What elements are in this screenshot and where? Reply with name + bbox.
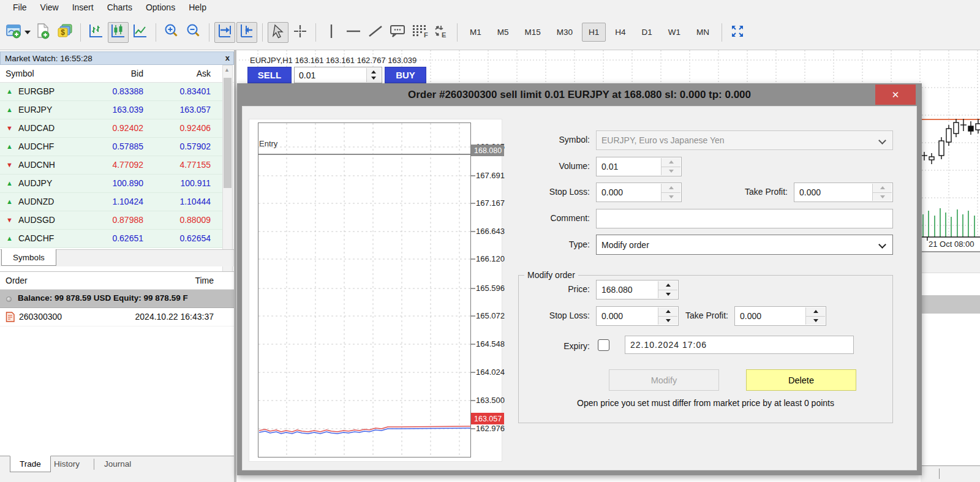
tab-symbols[interactable]: Symbols (1, 249, 56, 266)
table-row[interactable]: AUDCHF 0.57885 0.57902 (0, 138, 224, 156)
spin-down-icon[interactable] (806, 316, 825, 325)
menu-file[interactable]: File (6, 1, 34, 13)
indicators-icon: E (432, 23, 451, 42)
auto-scroll-button[interactable] (214, 22, 235, 43)
table-row[interactable]: CADCHF 0.62651 0.62654 (0, 230, 224, 248)
new-template-button[interactable] (32, 22, 53, 43)
bar-chart-button[interactable] (86, 22, 107, 43)
fullscreen-button[interactable] (727, 22, 748, 43)
type-label: Type: (510, 239, 590, 249)
spin-down-icon[interactable] (873, 192, 892, 201)
chart-shift-button[interactable] (236, 22, 257, 43)
cursor-button[interactable] (268, 22, 288, 43)
new-chart-icon (6, 24, 22, 41)
dialog-close-button[interactable]: ✕ (875, 85, 916, 105)
vertical-line-icon (326, 23, 337, 42)
spin-up-icon[interactable] (873, 184, 892, 192)
timeframe-w1[interactable]: W1 (662, 23, 687, 42)
menu-options[interactable]: Options (139, 1, 182, 13)
symbol-select[interactable]: EURJPY, Euro vs Japanese Yen (596, 130, 893, 150)
table-row[interactable]: EURJPY 163.039 163.057 (0, 101, 224, 119)
volume-field[interactable]: 0.01 (596, 157, 682, 176)
scrollbar-thumb[interactable] (224, 78, 232, 188)
table-row[interactable]: EURGBP 0.83388 0.83401 (0, 83, 224, 101)
vertical-line-button[interactable] (321, 22, 342, 43)
price-spinner[interactable] (658, 281, 677, 298)
spin-up-icon[interactable] (662, 158, 680, 167)
tab-history[interactable]: History (54, 459, 80, 469)
new-chart-button[interactable] (6, 22, 31, 43)
table-row[interactable]: AUDCNH 4.77092 4.77155 (0, 156, 224, 175)
timeframe-d1[interactable]: D1 (635, 23, 659, 42)
stoploss-spinner[interactable] (661, 184, 680, 201)
column-time[interactable]: Time (195, 276, 214, 285)
delete-button[interactable]: Delete (746, 369, 856, 391)
spin-up-icon[interactable] (658, 281, 677, 290)
fibonacci-button[interactable]: F (409, 22, 430, 43)
horizontal-line-button[interactable] (343, 22, 364, 43)
dialog-titlebar[interactable]: Order #260300300 sell limit 0.01 EURJPY … (242, 83, 917, 106)
modify-takeprofit-field[interactable]: 0.000 (734, 306, 826, 326)
timeframe-m1[interactable]: M1 (463, 23, 488, 42)
line-chart-button[interactable] (130, 22, 151, 43)
order-row[interactable]: 260300300 2024.10.22 16:43:37 (0, 308, 234, 326)
ask-cell: 1.10444 (179, 197, 211, 206)
zoom-in-button[interactable] (161, 22, 182, 43)
candlestick-chart-button[interactable] (108, 22, 129, 43)
spin-up-icon[interactable] (662, 184, 680, 192)
column-bid[interactable]: Bid (131, 69, 143, 78)
menu-insert[interactable]: Insert (66, 1, 100, 13)
balance-row[interactable]: Balance: 99 878.59 USD Equity: 99 878.59… (0, 290, 234, 308)
timeframe-mn[interactable]: MN (690, 23, 716, 42)
market-watch-panel: Market Watch: 16:55:28 x Symbol Bid Ask … (0, 50, 236, 482)
spin-up-icon[interactable] (371, 70, 376, 73)
takeprofit-spinner[interactable] (805, 307, 825, 325)
expiry-checkbox[interactable] (598, 339, 609, 351)
menu-view[interactable]: View (34, 1, 66, 13)
timeframe-h1[interactable]: H1 (582, 23, 606, 42)
indicators-button[interactable]: E (431, 22, 452, 43)
volume-spinner[interactable] (366, 68, 381, 82)
volume-spinner[interactable] (661, 158, 680, 175)
menu-help[interactable]: Help (182, 1, 213, 13)
trend-line-button[interactable] (365, 22, 386, 43)
zoom-out-button[interactable] (183, 22, 204, 43)
volume-input[interactable]: 0.01 (294, 67, 382, 83)
spin-down-icon[interactable] (662, 167, 680, 176)
scroll-up-icon[interactable]: ▲ (224, 67, 231, 73)
spin-down-icon[interactable] (662, 192, 680, 201)
table-row[interactable]: AUDJPY 100.890 100.911 (0, 175, 224, 193)
stoploss-field[interactable]: 0.000 (596, 183, 682, 202)
expiry-datetime-field[interactable]: 22.10.2024 17:06 (625, 336, 854, 354)
sell-button[interactable]: SELL (247, 67, 292, 83)
spin-down-icon[interactable] (658, 290, 677, 299)
spin-up-icon[interactable] (806, 307, 825, 316)
modify-stoploss-label: Stop Loss: (510, 311, 590, 320)
modify-button[interactable]: Modify (609, 369, 719, 391)
new-order-button[interactable]: $ (55, 22, 75, 43)
text-label-button[interactable] (387, 22, 408, 43)
tab-journal[interactable]: Journal (104, 459, 131, 469)
column-ask[interactable]: Ask (197, 69, 211, 78)
comment-field[interactable] (596, 209, 893, 228)
timeframe-m30[interactable]: M30 (550, 23, 579, 42)
close-icon[interactable]: x (225, 53, 230, 62)
timeframe-m5[interactable]: M5 (491, 23, 516, 42)
takeprofit-field[interactable]: 0.000 (794, 183, 893, 202)
crosshair-button[interactable] (290, 22, 311, 43)
timeframe-h4[interactable]: H4 (608, 23, 632, 42)
buy-button[interactable]: BUY (385, 67, 426, 83)
table-row[interactable]: AUDSGD 0.87988 0.88009 (0, 211, 224, 230)
menu-charts[interactable]: Charts (100, 1, 139, 13)
tab-trade[interactable]: Trade (10, 456, 51, 472)
timeframe-m15[interactable]: M15 (518, 23, 548, 42)
spin-down-icon[interactable] (371, 77, 376, 80)
table-row[interactable]: AUDNZD 1.10424 1.10444 (0, 193, 224, 211)
table-row[interactable]: AUDCAD 0.92402 0.92406 (0, 119, 224, 138)
column-symbol[interactable]: Symbol (6, 69, 34, 78)
type-select[interactable]: Modify order (596, 235, 893, 255)
terminal-tabbar: Trade History Journal (0, 456, 234, 475)
takeprofit-spinner[interactable] (872, 184, 892, 201)
price-field[interactable]: 168.080 (596, 280, 679, 299)
column-order[interactable]: Order (6, 276, 28, 285)
